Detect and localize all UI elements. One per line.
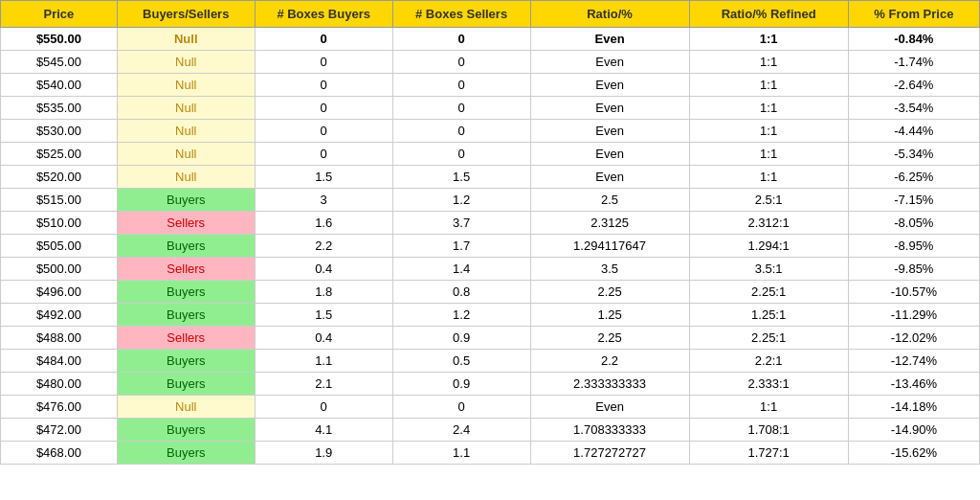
cell-ratio-refined: 1:1 <box>689 97 848 120</box>
cell-price: $515.00 <box>1 189 118 212</box>
cell-price: $484.00 <box>1 350 118 373</box>
table-row: $505.00Buyers2.21.71.2941176471.294:1-8.… <box>1 235 980 258</box>
cell-ratio: Even <box>530 97 689 120</box>
cell-boxes-sellers: 0.5 <box>392 350 530 373</box>
table-row: $545.00Null00Even1:1-1.74% <box>1 51 980 74</box>
cell-from-price: -0.84% <box>848 28 979 51</box>
table-row: $550.00Null00Even1:1-0.84% <box>1 28 980 51</box>
cell-boxes-buyers: 0.4 <box>255 327 392 350</box>
cell-ratio: 1.727272727 <box>530 442 689 465</box>
header-price: Price <box>1 1 118 28</box>
cell-buyers-sellers: Null <box>117 396 255 419</box>
table-row: $510.00Sellers1.63.72.31252.312:1-8.05% <box>1 212 980 235</box>
cell-boxes-buyers: 1.5 <box>255 166 392 189</box>
header-boxes-buyers: # Boxes Buyers <box>255 1 392 28</box>
cell-ratio-refined: 3.5:1 <box>689 258 848 281</box>
cell-ratio-refined: 1:1 <box>689 143 848 166</box>
cell-buyers-sellers: Null <box>117 120 255 143</box>
cell-boxes-sellers: 1.2 <box>392 189 530 212</box>
cell-from-price: -5.34% <box>848 143 979 166</box>
table-row: $535.00Null00Even1:1-3.54% <box>1 97 980 120</box>
cell-ratio: Even <box>530 143 689 166</box>
cell-price: $476.00 <box>1 396 118 419</box>
table-row: $520.00Null1.51.5Even1:1-6.25% <box>1 166 980 189</box>
cell-ratio-refined: 1:1 <box>689 28 848 51</box>
main-container: Price Buyers/Sellers # Boxes Buyers # Bo… <box>0 0 980 465</box>
cell-boxes-buyers: 1.1 <box>255 350 392 373</box>
cell-from-price: -13.46% <box>848 373 979 396</box>
cell-ratio-refined: 2.2:1 <box>689 350 848 373</box>
cell-from-price: -6.25% <box>848 166 979 189</box>
table-row: $540.00Null00Even1:1-2.64% <box>1 74 980 97</box>
cell-ratio-refined: 2.25:1 <box>689 281 848 304</box>
cell-from-price: -11.29% <box>848 304 979 327</box>
cell-price: $530.00 <box>1 120 118 143</box>
cell-buyers-sellers: Buyers <box>117 442 255 465</box>
table-row: $492.00Buyers1.51.21.251.25:1-11.29% <box>1 304 980 327</box>
cell-boxes-sellers: 1.1 <box>392 442 530 465</box>
cell-buyers-sellers: Buyers <box>117 304 255 327</box>
cell-ratio-refined: 2.312:1 <box>689 212 848 235</box>
cell-boxes-buyers: 1.5 <box>255 304 392 327</box>
cell-ratio: 3.5 <box>530 258 689 281</box>
cell-buyers-sellers: Sellers <box>117 327 255 350</box>
cell-from-price: -8.95% <box>848 235 979 258</box>
cell-boxes-sellers: 3.7 <box>392 212 530 235</box>
cell-ratio-refined: 1.294:1 <box>689 235 848 258</box>
cell-boxes-buyers: 0 <box>255 51 392 74</box>
cell-buyers-sellers: Null <box>117 74 255 97</box>
cell-price: $496.00 <box>1 281 118 304</box>
cell-ratio: 1.294117647 <box>530 235 689 258</box>
cell-boxes-sellers: 0.9 <box>392 327 530 350</box>
cell-boxes-buyers: 0 <box>255 28 392 51</box>
cell-price: $492.00 <box>1 304 118 327</box>
cell-ratio: Even <box>530 166 689 189</box>
cell-from-price: -10.57% <box>848 281 979 304</box>
cell-boxes-buyers: 3 <box>255 189 392 212</box>
cell-boxes-sellers: 2.4 <box>392 419 530 442</box>
cell-boxes-buyers: 2.1 <box>255 373 392 396</box>
table-row: $530.00Null00Even1:1-4.44% <box>1 120 980 143</box>
cell-from-price: -4.44% <box>848 120 979 143</box>
cell-buyers-sellers: Null <box>117 51 255 74</box>
cell-boxes-sellers: 0 <box>392 74 530 97</box>
cell-boxes-sellers: 0 <box>392 28 530 51</box>
cell-price: $510.00 <box>1 212 118 235</box>
cell-boxes-buyers: 4.1 <box>255 419 392 442</box>
cell-from-price: -1.74% <box>848 51 979 74</box>
cell-from-price: -2.64% <box>848 74 979 97</box>
cell-boxes-sellers: 0 <box>392 143 530 166</box>
cell-buyers-sellers: Sellers <box>117 212 255 235</box>
cell-buyers-sellers: Null <box>117 28 255 51</box>
cell-boxes-sellers: 1.7 <box>392 235 530 258</box>
cell-from-price: -14.90% <box>848 419 979 442</box>
cell-buyers-sellers: Buyers <box>117 281 255 304</box>
table-row: $476.00Null00Even1:1-14.18% <box>1 396 980 419</box>
cell-ratio: 2.3125 <box>530 212 689 235</box>
table-row: $496.00Buyers1.80.82.252.25:1-10.57% <box>1 281 980 304</box>
cell-ratio: 2.2 <box>530 350 689 373</box>
cell-boxes-sellers: 0.9 <box>392 373 530 396</box>
table-row: $525.00Null00Even1:1-5.34% <box>1 143 980 166</box>
header-boxes-sellers: # Boxes Sellers <box>392 1 530 28</box>
cell-boxes-buyers: 1.8 <box>255 281 392 304</box>
cell-price: $545.00 <box>1 51 118 74</box>
cell-boxes-buyers: 0.4 <box>255 258 392 281</box>
cell-from-price: -7.15% <box>848 189 979 212</box>
cell-ratio: 1.25 <box>530 304 689 327</box>
cell-ratio: Even <box>530 396 689 419</box>
cell-ratio-refined: 2.25:1 <box>689 327 848 350</box>
cell-boxes-sellers: 0 <box>392 97 530 120</box>
cell-boxes-buyers: 0 <box>255 143 392 166</box>
cell-boxes-buyers: 1.6 <box>255 212 392 235</box>
cell-ratio: 1.708333333 <box>530 419 689 442</box>
cell-boxes-buyers: 0 <box>255 120 392 143</box>
cell-boxes-buyers: 2.2 <box>255 235 392 258</box>
cell-ratio-refined: 1:1 <box>689 166 848 189</box>
cell-boxes-sellers: 1.5 <box>392 166 530 189</box>
cell-from-price: -15.62% <box>848 442 979 465</box>
cell-ratio-refined: 1.708:1 <box>689 419 848 442</box>
cell-price: $535.00 <box>1 97 118 120</box>
header-from-price: % From Price <box>848 1 979 28</box>
cell-price: $472.00 <box>1 419 118 442</box>
